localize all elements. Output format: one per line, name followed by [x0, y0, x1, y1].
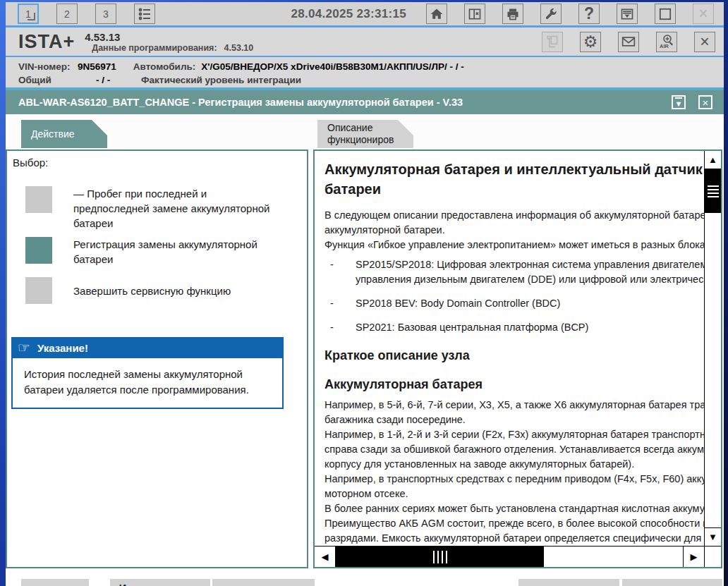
- continue-button[interactable]: Продолжить: [622, 579, 722, 586]
- panel-gap: [308, 149, 313, 568]
- documents-icon: [545, 35, 559, 49]
- home-icon: [430, 7, 444, 21]
- selection-label: Выбор:: [13, 157, 48, 169]
- envelope-icon: [621, 35, 636, 49]
- messages-button[interactable]: [618, 32, 639, 52]
- gear-icon: ⚙: [583, 34, 598, 50]
- article-line: В более ранних сериях может быть установ…: [324, 501, 704, 516]
- vin-value: 9N56971: [78, 60, 116, 73]
- close-dialog-button[interactable]: ×: [698, 95, 712, 109]
- scrollbar-corner: [704, 547, 721, 567]
- option-label: Регистрация замены аккумуляторной батаре…: [73, 237, 285, 267]
- session-tab-3[interactable]: 3: [95, 4, 116, 24]
- air-search-button[interactable]: AIR: [656, 32, 677, 52]
- maximize-button[interactable]: [655, 4, 676, 24]
- question-icon: ?: [584, 6, 594, 22]
- option-finish-service-function[interactable]: Завершить сервисную функцию: [25, 277, 231, 304]
- article-line: Преимущество АКБ AGM состоит, прежде все…: [324, 516, 704, 531]
- printer-icon: [506, 7, 520, 21]
- option-label: Завершить сервисную функцию: [73, 283, 231, 298]
- monitor-collapse-icon: [620, 7, 634, 21]
- scroll-grip: [433, 551, 447, 563]
- settings-button[interactable]: ⚙: [580, 32, 601, 52]
- collapse-dialog-button[interactable]: ▼: [672, 95, 686, 109]
- scroll-right-button[interactable]: ▶: [683, 547, 704, 567]
- description-panel: Аккумуляторная батарея и интеллектуальны…: [313, 149, 722, 568]
- scroll-down-button[interactable]: ▼: [705, 527, 721, 546]
- tab-description-label: Описание функциониров: [327, 122, 413, 146]
- collapse-bar-icon: [675, 97, 682, 99]
- close-icon: ×: [703, 97, 709, 109]
- tab-action-label: Действие: [31, 128, 107, 140]
- bullet-dash: -: [324, 257, 356, 272]
- help-button[interactable]: ?: [578, 4, 600, 24]
- article-subheading: Аккумуляторная батарея: [324, 376, 704, 393]
- article-line: разрядами. Емкость аккумуляторной батаре…: [324, 531, 704, 546]
- option-mileage-history[interactable]: — Пробег при последней и предпоследней з…: [25, 186, 285, 231]
- vin-label: VIN-номер:: [18, 60, 78, 73]
- option-checkbox[interactable]: [25, 186, 52, 213]
- article-bullet-continuation: - управления дизельным двигателем (DDE) …: [324, 272, 704, 287]
- article-line: справа сзади за обшивкой багажного отдел…: [324, 442, 704, 457]
- article-heading: Аккумуляторная батарея и интеллектуальны…: [324, 159, 704, 179]
- tab-function-description[interactable]: Описание функциониров: [317, 120, 413, 148]
- article-line: Например, в транспортных средствах с пер…: [324, 472, 704, 487]
- option-checkbox-selected[interactable]: [25, 237, 52, 264]
- article-line: аккумуляторной батареи.: [324, 223, 704, 238]
- vehicle-value: X'/G05/ВНЕДОР/X5 xDrive40i/B58B30M1/АКПП…: [201, 60, 464, 73]
- session-tab-2[interactable]: 2: [56, 4, 78, 24]
- article-line: Функция «Гибкое управление электропитани…: [324, 238, 704, 252]
- vertical-scrollbar[interactable]: ▲ ▼: [704, 151, 721, 546]
- vertical-scroll-track[interactable]: [705, 169, 721, 527]
- horizontal-scroll-thumb[interactable]: [336, 547, 544, 567]
- close-icon: ×: [700, 34, 709, 50]
- close-session-button[interactable]: ×: [694, 32, 715, 52]
- scroll-up-button[interactable]: ▲: [705, 151, 721, 169]
- notice-title: Указание!: [37, 342, 88, 354]
- list-icon: [138, 7, 152, 21]
- article-subheading: Краткое описание узла: [324, 347, 704, 364]
- left-arrow-icon: ◀: [322, 551, 329, 562]
- article-line: Например, в 5-й, 6-й, 7-й серии, X3, X5,…: [324, 398, 704, 413]
- article-line: корпусу для установленных на заводе акку…: [324, 457, 704, 472]
- main-content: Выбор: — Пробег при последней и предпосл…: [6, 148, 724, 573]
- session-tab-1[interactable]: 1: [18, 4, 39, 24]
- measuring-devices-button[interactable]: Измерительные приборы: [110, 579, 210, 586]
- article-line: моторном отсеке.: [324, 487, 704, 501]
- vehicle-label: Автомобиль:: [133, 60, 195, 73]
- tab-action[interactable]: Действие: [21, 120, 107, 148]
- app-version: 4.53.13: [85, 31, 253, 43]
- option-checkbox[interactable]: [25, 277, 52, 304]
- selection-panel: Выбор: — Пробег при последней и предпосл…: [6, 149, 308, 568]
- article-bullet: - SP2021: Базовая центральная платформа …: [324, 320, 704, 335]
- service-tools-button[interactable]: [540, 4, 562, 24]
- vehicle-info-bar: VIN-номер: 9N56971 Автомобиль: X'/G05/ВН…: [6, 57, 724, 87]
- back-button[interactable]: назад: [21, 579, 89, 586]
- session-list-button[interactable]: [134, 4, 155, 24]
- horizontal-scroll-track[interactable]: [336, 547, 683, 567]
- maximize-icon: [659, 8, 672, 20]
- print-button[interactable]: [502, 4, 523, 24]
- air-magnifier-icon: AIR: [658, 33, 675, 50]
- option-label: — Пробег при последней и предпоследней з…: [73, 186, 285, 231]
- scroll-left-button[interactable]: ◀: [315, 547, 336, 567]
- parallel-operations-button[interactable]: [464, 4, 485, 24]
- copy-report-button[interactable]: [542, 32, 563, 52]
- dialog-tabs: Действие Описание функциониров: [6, 114, 724, 148]
- vertical-scroll-thumb[interactable]: [705, 169, 721, 213]
- down-arrow-icon: ▼: [675, 99, 683, 108]
- notice-header: ☞ Указание!: [11, 337, 284, 358]
- dialog-title-bar: ABL-WAR-AS6120_BATT_CHANGE - Регистрация…: [6, 90, 724, 114]
- notice-box: ☞ Указание! История последней замены акк…: [11, 337, 284, 409]
- keyboard-button[interactable]: Клавиатура: [212, 579, 315, 586]
- home-button[interactable]: [426, 4, 447, 24]
- fullscreen-button[interactable]: На весь экран: [518, 579, 619, 586]
- option-register-battery-change[interactable]: Регистрация замены аккумуляторной батаре…: [25, 237, 285, 267]
- article-line: Например, в 1-й, 2-й и 3-й серии (F2x, F…: [324, 427, 704, 442]
- close-window-button[interactable]: ×: [693, 4, 714, 24]
- dialog-title: ABL-WAR-AS6120_BATT_CHANGE - Регистрация…: [18, 97, 463, 108]
- horizontal-scrollbar[interactable]: ◀ ▶: [315, 547, 704, 567]
- toggle-display-button[interactable]: [617, 4, 638, 24]
- article-text: Аккумуляторная батарея и интеллектуальны…: [315, 151, 704, 546]
- article-heading: батареи: [324, 179, 704, 199]
